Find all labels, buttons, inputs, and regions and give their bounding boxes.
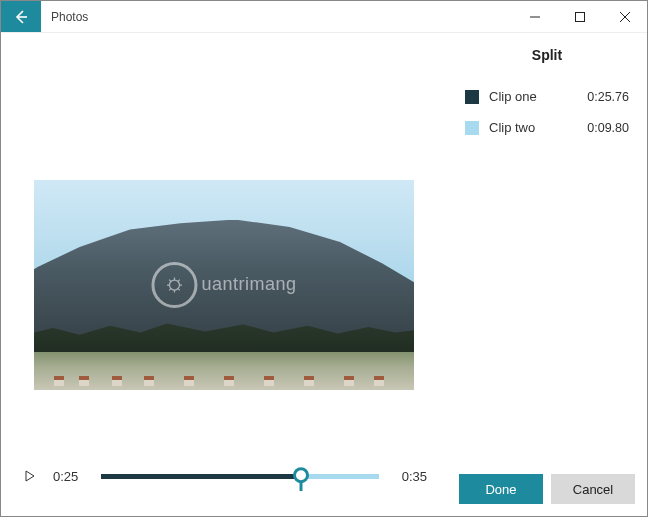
back-button[interactable] <box>1 1 41 32</box>
play-icon <box>24 470 36 482</box>
window-controls <box>512 1 647 32</box>
svg-point-1 <box>169 280 179 290</box>
total-time: 0:35 <box>393 469 427 484</box>
clip-two-name: Clip two <box>489 120 577 135</box>
maximize-icon <box>575 12 585 22</box>
preview-panel: uantrimang 0:25 0:35 <box>1 33 447 516</box>
clip-row-one[interactable]: Clip one 0:25.76 <box>447 81 647 112</box>
done-button[interactable]: Done <box>459 474 543 504</box>
watermark-badge-icon <box>151 262 197 308</box>
preview-container: uantrimang <box>1 33 447 446</box>
watermark-text: uantrimang <box>201 274 296 295</box>
content-area: uantrimang 0:25 0:35 Split Clip one 0: <box>1 33 647 516</box>
close-icon <box>620 12 630 22</box>
app-title: Photos <box>41 1 98 32</box>
current-time: 0:25 <box>53 469 87 484</box>
clip-row-two[interactable]: Clip two 0:09.80 <box>447 112 647 143</box>
play-button[interactable] <box>21 467 39 485</box>
clip-one-swatch-icon <box>465 90 479 104</box>
timeline-track[interactable] <box>101 466 379 486</box>
player-controls: 0:25 0:35 <box>1 446 447 516</box>
titlebar: Photos <box>1 1 647 33</box>
panel-buttons: Done Cancel <box>447 464 647 516</box>
svg-rect-0 <box>575 12 584 21</box>
video-preview[interactable]: uantrimang <box>34 180 414 390</box>
split-handle[interactable] <box>293 467 309 483</box>
track-clip-two <box>301 474 379 479</box>
back-arrow-icon <box>13 9 29 25</box>
watermark: uantrimang <box>151 262 296 308</box>
track-clip-one <box>101 474 301 479</box>
minimize-icon <box>530 12 540 22</box>
clip-two-duration: 0:09.80 <box>587 121 629 135</box>
maximize-button[interactable] <box>557 1 602 32</box>
cancel-button[interactable]: Cancel <box>551 474 635 504</box>
close-button[interactable] <box>602 1 647 32</box>
panel-title: Split <box>447 41 647 81</box>
preview-town <box>34 352 414 390</box>
clip-one-duration: 0:25.76 <box>587 90 629 104</box>
split-panel: Split Clip one 0:25.76 Clip two 0:09.80 … <box>447 33 647 516</box>
minimize-button[interactable] <box>512 1 557 32</box>
clip-one-name: Clip one <box>489 89 577 104</box>
clip-two-swatch-icon <box>465 121 479 135</box>
